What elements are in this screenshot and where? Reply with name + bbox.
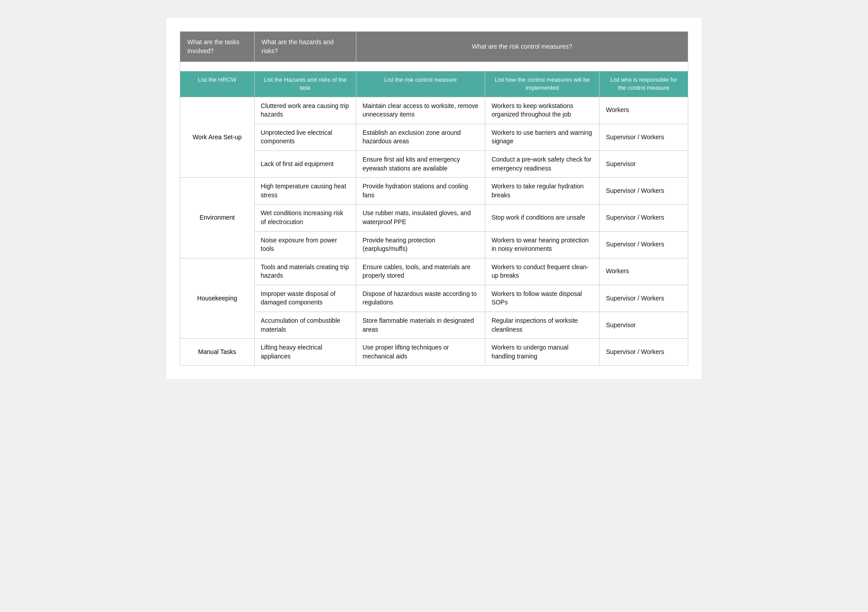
hazard-cell: Tools and materials creating trip hazard…: [254, 258, 356, 285]
control-measure-cell: Provide hearing protection (earplugs/muf…: [356, 231, 485, 258]
table-row: Unprotected live electrical componentsEs…: [180, 124, 688, 150]
implementation-cell: Workers to use barriers and warning sign…: [485, 124, 599, 150]
category-cell: Housekeeping: [180, 258, 255, 339]
responsible-cell: Supervisor / Workers: [599, 231, 688, 258]
implementation-cell: Workers to wear hearing protection in no…: [485, 231, 599, 258]
responsible-cell: Supervisor / Workers: [599, 339, 688, 366]
category-cell: Manual Tasks: [180, 339, 255, 366]
table-row: Wet conditions increasing risk of electr…: [180, 204, 688, 231]
implementation-cell: Stop work if conditions are unsafe: [485, 204, 599, 231]
hazard-cell: Cluttered work area causing trip hazards: [254, 97, 356, 124]
control-measure-cell: Dispose of hazardous waste according to …: [356, 285, 485, 312]
hazard-cell: Lifting heavy electrical appliances: [254, 339, 356, 366]
table-row: Manual TasksLifting heavy electrical app…: [180, 339, 688, 366]
responsible-cell: Workers: [599, 97, 688, 124]
hazard-cell: Improper waste disposal of damaged compo…: [254, 285, 356, 312]
implementation-cell: Workers to undergo manual handling train…: [485, 339, 599, 366]
control-measure-cell: Ensure first aid kits and emergency eyew…: [356, 150, 485, 177]
top-header-controls: What are the risk control measures?: [356, 32, 688, 62]
sub-header-implementation: List how the control measures will be im…: [485, 71, 599, 97]
control-measure-cell: Establish an exclusion zone around hazar…: [356, 124, 485, 150]
hazard-cell: Unprotected live electrical components: [254, 124, 356, 150]
implementation-cell: Workers to keep workstations organized t…: [485, 97, 599, 124]
sub-header-control-measure: List the risk control measure: [356, 71, 485, 97]
sub-header-responsible: List who is responsible for the control …: [599, 71, 688, 97]
category-cell: Work Area Set-up: [180, 97, 255, 178]
category-cell: Environment: [180, 178, 255, 258]
hazard-cell: Noise exposure from power tools: [254, 231, 356, 258]
table-row: Work Area Set-upCluttered work area caus…: [180, 97, 688, 124]
sub-header-hazards-list: List the Hazards and risks of the task: [254, 71, 356, 97]
page-container: What are the tasks involved? What are th…: [166, 18, 702, 379]
hazard-cell: Wet conditions increasing risk of electr…: [254, 204, 356, 231]
hazard-cell: Accumulation of combustible materials: [254, 312, 356, 339]
spacer-row: [180, 62, 688, 71]
hazard-cell: High temperature causing heat stress: [254, 178, 356, 204]
top-header-row: What are the tasks involved? What are th…: [180, 32, 688, 62]
implementation-cell: Workers to conduct frequent clean-up bre…: [485, 258, 599, 285]
responsible-cell: Supervisor: [599, 150, 688, 177]
hazard-cell: Lack of first aid equipment: [254, 150, 356, 177]
table-body: Work Area Set-upCluttered work area caus…: [180, 97, 688, 366]
table-row: Noise exposure from power toolsProvide h…: [180, 231, 688, 258]
top-header-hazards: What are the hazards and risks?: [254, 32, 356, 62]
implementation-cell: Regular inspections of worksite cleanlin…: [485, 312, 599, 339]
risk-assessment-table: What are the tasks involved? What are th…: [180, 31, 688, 366]
responsible-cell: Supervisor: [599, 312, 688, 339]
table-row: Improper waste disposal of damaged compo…: [180, 285, 688, 312]
control-measure-cell: Store flammable materials in designated …: [356, 312, 485, 339]
implementation-cell: Workers to follow waste disposal SOPs: [485, 285, 599, 312]
implementation-cell: Conduct a pre-work safety check for emer…: [485, 150, 599, 177]
sub-header-hrcw: List the HRCW: [180, 71, 255, 97]
responsible-cell: Supervisor / Workers: [599, 285, 688, 312]
control-measure-cell: Maintain clear access to worksite, remov…: [356, 97, 485, 124]
table-row: HousekeepingTools and materials creating…: [180, 258, 688, 285]
sub-header-row: List the HRCW List the Hazards and risks…: [180, 71, 688, 97]
control-measure-cell: Use rubber mats, insulated gloves, and w…: [356, 204, 485, 231]
table-row: Lack of first aid equipmentEnsure first …: [180, 150, 688, 177]
control-measure-cell: Ensure cables, tools, and materials are …: [356, 258, 485, 285]
responsible-cell: Supervisor / Workers: [599, 178, 688, 204]
responsible-cell: Supervisor / Workers: [599, 204, 688, 231]
control-measure-cell: Use proper lifting techniques or mechani…: [356, 339, 485, 366]
control-measure-cell: Provide hydration stations and cooling f…: [356, 178, 485, 204]
table-row: Accumulation of combustible materialsSto…: [180, 312, 688, 339]
top-header-tasks: What are the tasks involved?: [180, 32, 255, 62]
implementation-cell: Workers to take regular hydration breaks: [485, 178, 599, 204]
responsible-cell: Workers: [599, 258, 688, 285]
table-row: EnvironmentHigh temperature causing heat…: [180, 178, 688, 204]
responsible-cell: Supervisor / Workers: [599, 124, 688, 150]
